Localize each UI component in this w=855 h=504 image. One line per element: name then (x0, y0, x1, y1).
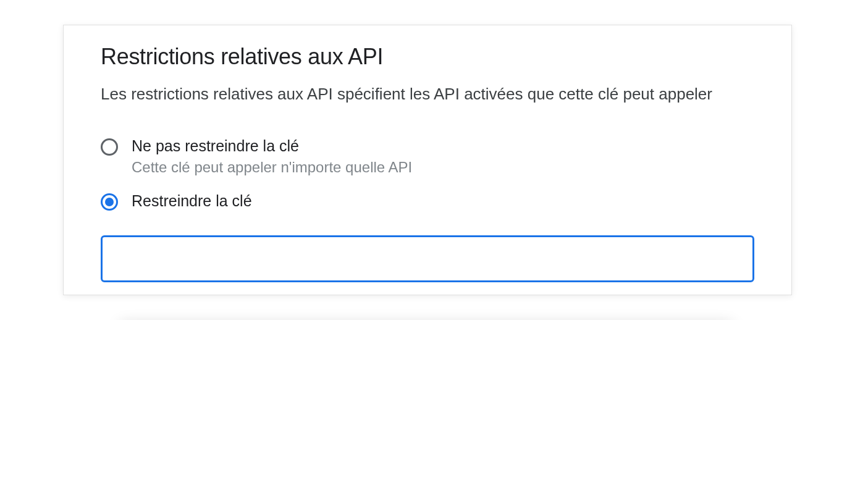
radio-circle-unselected[interactable] (101, 138, 118, 156)
radio-label: Ne pas restreindre la clé (132, 137, 412, 155)
radio-no-restrict[interactable]: Ne pas restreindre la clé Cette clé peut… (101, 137, 754, 176)
restriction-radio-group: Ne pas restreindre la clé Cette clé peut… (101, 137, 754, 211)
section-description: Les restrictions relatives aux API spéci… (101, 82, 754, 106)
radio-circle-selected[interactable] (101, 193, 118, 211)
api-select-combobox[interactable] (101, 235, 754, 282)
section-title: Restrictions relatives aux API (101, 44, 754, 70)
radio-restrict[interactable]: Restreindre la clé (101, 192, 754, 211)
api-restrictions-panel: Restrictions relatives aux API Les restr… (63, 25, 792, 295)
radio-label: Restreindre la clé (132, 192, 252, 210)
radio-sublabel: Cette clé peut appeler n'importe quelle … (132, 159, 412, 176)
